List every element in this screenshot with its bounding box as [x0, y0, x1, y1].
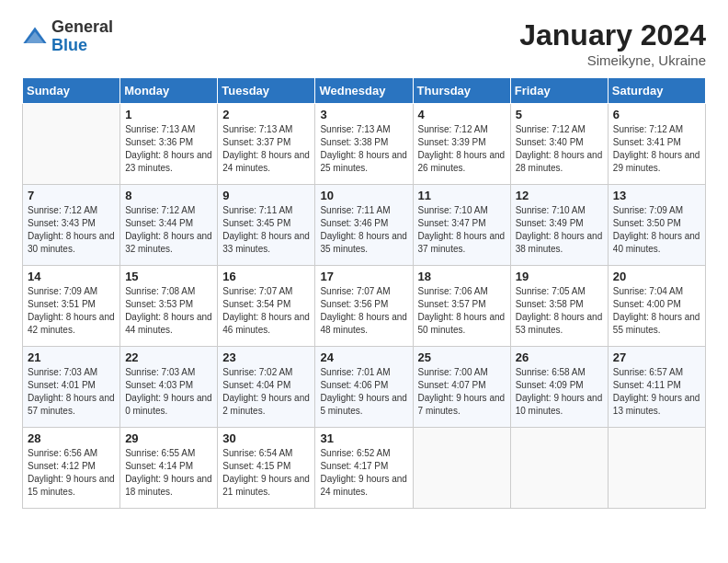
day-number: 23 — [222, 350, 310, 364]
cell-detail: Sunrise: 7:12 AMSunset: 3:41 PMDaylight:… — [613, 123, 700, 175]
day-number: 26 — [516, 350, 603, 364]
day-number: 17 — [320, 270, 407, 283]
day-number: 2 — [222, 108, 310, 121]
logo-general: General — [51, 18, 113, 37]
calendar-cell: 20Sunrise: 7:04 AMSunset: 4:00 PMDayligh… — [608, 266, 705, 347]
calendar-cell: 25Sunrise: 7:00 AMSunset: 4:07 PMDayligh… — [413, 347, 510, 428]
location-subtitle: Simeikyne, Ukraine — [519, 52, 706, 68]
cell-detail: Sunrise: 7:02 AMSunset: 4:04 PMDaylight:… — [222, 366, 310, 418]
cell-detail: Sunrise: 7:11 AMSunset: 3:46 PMDaylight:… — [320, 204, 407, 256]
cell-detail: Sunrise: 7:03 AMSunset: 4:03 PMDaylight:… — [125, 366, 212, 418]
day-number: 14 — [28, 270, 115, 283]
header-wednesday: Wednesday — [315, 78, 413, 104]
day-number: 22 — [125, 350, 212, 364]
cell-detail: Sunrise: 7:12 AMSunset: 3:39 PMDaylight:… — [418, 123, 506, 175]
cell-detail: Sunrise: 7:07 AMSunset: 3:56 PMDaylight:… — [320, 285, 407, 337]
logo: General Blue — [22, 18, 113, 55]
cell-detail: Sunrise: 7:01 AMSunset: 4:06 PMDaylight:… — [320, 366, 407, 418]
weekday-header-row: Sunday Monday Tuesday Wednesday Thursday… — [23, 78, 706, 104]
day-number: 4 — [418, 108, 506, 121]
week-row-1: 1Sunrise: 7:13 AMSunset: 3:36 PMDaylight… — [23, 104, 706, 185]
calendar-cell — [510, 428, 608, 509]
calendar-cell: 30Sunrise: 6:54 AMSunset: 4:15 PMDayligh… — [218, 428, 315, 509]
day-number: 16 — [222, 270, 310, 283]
calendar-cell: 11Sunrise: 7:10 AMSunset: 3:47 PMDayligh… — [413, 185, 510, 266]
header-tuesday: Tuesday — [218, 78, 315, 104]
day-number: 13 — [613, 189, 700, 202]
week-row-2: 7Sunrise: 7:12 AMSunset: 3:43 PMDaylight… — [23, 185, 706, 266]
header-monday: Monday — [120, 78, 218, 104]
day-number: 25 — [418, 350, 506, 364]
calendar-cell: 27Sunrise: 6:57 AMSunset: 4:11 PMDayligh… — [608, 347, 705, 428]
cell-detail: Sunrise: 7:05 AMSunset: 3:58 PMDaylight:… — [516, 285, 603, 337]
header-friday: Friday — [510, 78, 608, 104]
week-row-5: 28Sunrise: 6:56 AMSunset: 4:12 PMDayligh… — [23, 428, 706, 509]
day-number: 8 — [125, 189, 212, 202]
header: General Blue January 2024 Simeikyne, Ukr… — [22, 18, 706, 68]
cell-detail: Sunrise: 7:12 AMSunset: 3:43 PMDaylight:… — [28, 204, 115, 256]
day-number: 29 — [125, 431, 212, 445]
day-number: 24 — [320, 350, 407, 364]
cell-detail: Sunrise: 7:03 AMSunset: 4:01 PMDaylight:… — [28, 366, 115, 418]
cell-detail: Sunrise: 7:10 AMSunset: 3:47 PMDaylight:… — [418, 204, 506, 256]
header-saturday: Saturday — [608, 78, 705, 104]
day-number: 20 — [613, 270, 700, 283]
day-number: 9 — [222, 189, 310, 202]
day-number: 3 — [320, 108, 407, 121]
cell-detail: Sunrise: 6:56 AMSunset: 4:12 PMDaylight:… — [28, 447, 115, 499]
cell-detail: Sunrise: 7:09 AMSunset: 3:50 PMDaylight:… — [613, 204, 700, 256]
calendar-cell: 7Sunrise: 7:12 AMSunset: 3:43 PMDaylight… — [23, 185, 120, 266]
calendar-cell: 4Sunrise: 7:12 AMSunset: 3:39 PMDaylight… — [413, 104, 510, 185]
cell-detail: Sunrise: 7:13 AMSunset: 3:38 PMDaylight:… — [320, 123, 407, 175]
calendar-cell: 9Sunrise: 7:11 AMSunset: 3:45 PMDaylight… — [218, 185, 315, 266]
calendar-cell: 22Sunrise: 7:03 AMSunset: 4:03 PMDayligh… — [120, 347, 218, 428]
calendar-cell: 21Sunrise: 7:03 AMSunset: 4:01 PMDayligh… — [23, 347, 120, 428]
cell-detail: Sunrise: 7:04 AMSunset: 4:00 PMDaylight:… — [613, 285, 700, 337]
calendar-cell: 13Sunrise: 7:09 AMSunset: 3:50 PMDayligh… — [608, 185, 705, 266]
calendar-cell: 3Sunrise: 7:13 AMSunset: 3:38 PMDaylight… — [315, 104, 413, 185]
calendar-cell — [413, 428, 510, 509]
cell-detail: Sunrise: 6:54 AMSunset: 4:15 PMDaylight:… — [222, 447, 310, 499]
week-row-3: 14Sunrise: 7:09 AMSunset: 3:51 PMDayligh… — [23, 266, 706, 347]
calendar-cell: 28Sunrise: 6:56 AMSunset: 4:12 PMDayligh… — [23, 428, 120, 509]
calendar-cell: 15Sunrise: 7:08 AMSunset: 3:53 PMDayligh… — [120, 266, 218, 347]
calendar-cell: 12Sunrise: 7:10 AMSunset: 3:49 PMDayligh… — [510, 185, 608, 266]
cell-detail: Sunrise: 7:13 AMSunset: 3:36 PMDaylight:… — [125, 123, 212, 175]
header-sunday: Sunday — [23, 78, 120, 104]
day-number: 21 — [28, 350, 115, 364]
calendar-cell — [23, 104, 120, 185]
day-number: 12 — [516, 189, 603, 202]
day-number: 30 — [222, 431, 310, 445]
day-number: 18 — [418, 270, 506, 283]
calendar-cell: 31Sunrise: 6:52 AMSunset: 4:17 PMDayligh… — [315, 428, 413, 509]
logo-blue: Blue — [51, 37, 113, 55]
cell-detail: Sunrise: 7:12 AMSunset: 3:44 PMDaylight:… — [125, 204, 212, 256]
cell-detail: Sunrise: 7:10 AMSunset: 3:49 PMDaylight:… — [516, 204, 603, 256]
day-number: 31 — [320, 431, 407, 445]
calendar-cell: 6Sunrise: 7:12 AMSunset: 3:41 PMDaylight… — [608, 104, 705, 185]
week-row-4: 21Sunrise: 7:03 AMSunset: 4:01 PMDayligh… — [23, 347, 706, 428]
header-thursday: Thursday — [413, 78, 510, 104]
cell-detail: Sunrise: 6:58 AMSunset: 4:09 PMDaylight:… — [516, 366, 603, 418]
day-number: 7 — [28, 189, 115, 202]
day-number: 28 — [28, 431, 115, 445]
calendar-cell: 2Sunrise: 7:13 AMSunset: 3:37 PMDaylight… — [218, 104, 315, 185]
cell-detail: Sunrise: 7:06 AMSunset: 3:57 PMDaylight:… — [418, 285, 506, 337]
calendar-cell: 1Sunrise: 7:13 AMSunset: 3:36 PMDaylight… — [120, 104, 218, 185]
calendar-cell: 16Sunrise: 7:07 AMSunset: 3:54 PMDayligh… — [218, 266, 315, 347]
calendar-cell: 18Sunrise: 7:06 AMSunset: 3:57 PMDayligh… — [413, 266, 510, 347]
day-number: 10 — [320, 189, 407, 202]
cell-detail: Sunrise: 6:52 AMSunset: 4:17 PMDaylight:… — [320, 447, 407, 499]
page: General Blue January 2024 Simeikyne, Ukr… — [0, 0, 728, 563]
cell-detail: Sunrise: 7:13 AMSunset: 3:37 PMDaylight:… — [222, 123, 310, 175]
calendar-cell: 10Sunrise: 7:11 AMSunset: 3:46 PMDayligh… — [315, 185, 413, 266]
cell-detail: Sunrise: 7:07 AMSunset: 3:54 PMDaylight:… — [222, 285, 310, 337]
calendar-cell: 14Sunrise: 7:09 AMSunset: 3:51 PMDayligh… — [23, 266, 120, 347]
logo-icon — [22, 24, 48, 50]
day-number: 1 — [125, 108, 212, 121]
calendar-cell — [608, 428, 705, 509]
day-number: 27 — [613, 350, 700, 364]
month-year-title: January 2024 — [519, 18, 706, 52]
calendar-cell: 26Sunrise: 6:58 AMSunset: 4:09 PMDayligh… — [510, 347, 608, 428]
title-block: January 2024 Simeikyne, Ukraine — [519, 18, 706, 68]
